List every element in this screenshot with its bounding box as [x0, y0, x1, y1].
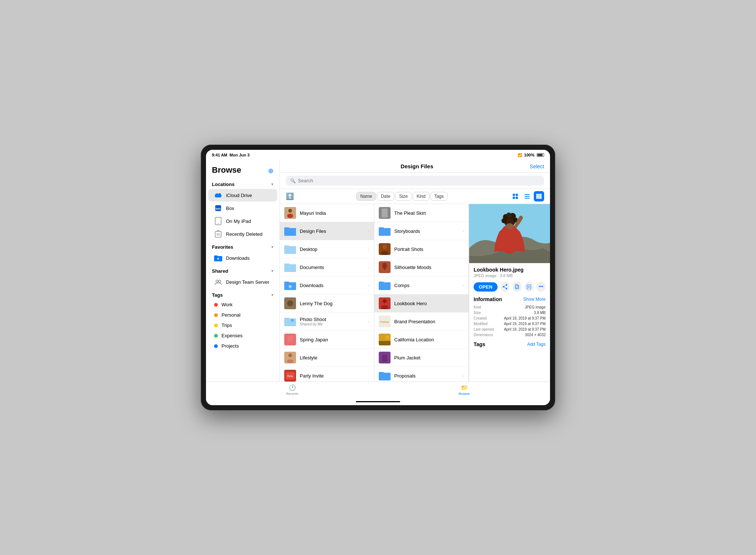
brand-presentation-name: Brand Presentation — [394, 319, 464, 324]
recents-icon: 🕐 — [289, 384, 296, 391]
file-item-portrait-shots[interactable]: Portrait Shots — [374, 240, 468, 258]
pleat-skirt-thumb — [379, 207, 391, 219]
select-button[interactable]: Select — [530, 163, 544, 169]
sort-name-button[interactable]: Name — [356, 192, 376, 201]
desktop-thumb — [284, 243, 296, 255]
show-more-link[interactable]: Show More — [523, 297, 546, 302]
file-item-brand-presentation[interactable]: Patine Brand Presentation — [374, 313, 468, 331]
info-header: Information Show More — [474, 296, 546, 302]
sidebar: Browse ⊕ Locations ▾ — [206, 160, 280, 382]
sort-date-button[interactable]: Date — [377, 192, 394, 201]
battery-fill — [537, 154, 543, 156]
on-my-ipad-icon — [214, 217, 222, 225]
share-icon-button[interactable] — [501, 282, 510, 292]
list-view-button[interactable] — [522, 191, 532, 201]
file-item-downloads-col1[interactable]: Downloads › — [280, 276, 374, 294]
modified-label: Modified — [474, 322, 488, 326]
svg-rect-24 — [540, 194, 542, 199]
svg-point-35 — [288, 354, 292, 357]
search-bar: 🔍 — [280, 173, 550, 189]
photo-shoot-chevron: › — [368, 319, 370, 324]
party-invite-thumb: Party — [284, 370, 296, 382]
bottom-tab-browse[interactable]: 📁 Browse — [451, 383, 477, 397]
file-item-proposals[interactable]: Proposals › — [374, 367, 468, 382]
preview-panel: Lookbook Hero.jpeg JPEG image · 3.8 MB O… — [469, 204, 550, 382]
work-tag-dot — [214, 303, 218, 307]
desktop-name: Desktop — [300, 247, 364, 252]
portrait-shots-thumb — [379, 243, 391, 255]
upload-icon[interactable]: ⬆️ — [286, 192, 294, 200]
sidebar-more-button[interactable]: ⊕ — [268, 167, 274, 175]
documents-chevron: › — [368, 265, 370, 269]
file-item-photo-shoot[interactable]: Photo Shoot Shared by Me › — [280, 313, 374, 331]
column-1: Mayuri India Design Files › — [280, 204, 374, 382]
spring-japan-name: Spring Japan — [300, 337, 370, 342]
svg-point-1 — [216, 193, 219, 196]
svg-text:Patine: Patine — [380, 320, 389, 324]
pleat-skirt-name: The Pleat Skirt — [394, 210, 464, 216]
comps-thumb — [379, 279, 391, 291]
more-icon-button[interactable]: ••• — [536, 282, 546, 292]
sidebar-item-personal[interactable]: Personal — [208, 310, 277, 320]
duplicate-icon-button[interactable] — [512, 282, 522, 292]
design-files-thumb — [284, 225, 296, 237]
search-input[interactable] — [298, 178, 540, 183]
wifi-icon: 📶 — [518, 153, 522, 157]
file-item-lenny[interactable]: Lenny The Dog — [280, 294, 374, 313]
file-item-california-location[interactable]: California Location — [374, 331, 468, 349]
svg-point-43 — [382, 245, 387, 249]
svg-point-67 — [506, 213, 512, 218]
file-item-storyboards[interactable]: Storyboards › — [374, 222, 468, 240]
storyboards-name: Storyboards — [394, 228, 459, 234]
sort-tags-button[interactable]: Tags — [430, 192, 448, 201]
file-item-desktop[interactable]: Desktop › — [280, 240, 374, 258]
file-item-party-invite[interactable]: Party Party Invite — [280, 367, 374, 382]
sidebar-item-icloud-drive[interactable]: iCloud Drive — [208, 189, 277, 201]
svg-point-68 — [506, 223, 513, 229]
sidebar-item-projects[interactable]: Projects — [208, 341, 277, 351]
file-item-lifestyle[interactable]: Lifestyle — [280, 349, 374, 367]
home-indicator-bar — [356, 401, 400, 402]
grid-view-button[interactable] — [510, 191, 520, 201]
sidebar-item-on-my-ipad[interactable]: On My iPad — [208, 215, 277, 227]
file-item-plum-jacket[interactable]: Plum Jacket — [374, 349, 468, 367]
sidebar-item-work[interactable]: Work — [208, 300, 277, 310]
design-files-chevron: › — [368, 229, 370, 233]
sidebar-item-recently-deleted[interactable]: Recently Deleted — [208, 228, 277, 240]
sort-size-button[interactable]: Size — [395, 192, 412, 201]
personal-label: Personal — [221, 312, 240, 318]
svg-rect-22 — [536, 194, 538, 199]
bottom-tab-recents[interactable]: 🕐 Recents — [279, 383, 306, 397]
sidebar-item-box[interactable]: box Box — [208, 202, 277, 214]
file-item-comps[interactable]: Comps › — [374, 276, 468, 294]
info-row-last-opened: Last opened April 19, 2019 at 9:37 PM — [474, 327, 546, 331]
proposals-name: Proposals — [394, 373, 459, 379]
sidebar-item-expenses[interactable]: Expenses — [208, 331, 277, 341]
downloads-col1-name: Downloads — [300, 283, 364, 288]
sidebar-item-trips[interactable]: Trips — [208, 320, 277, 330]
column-view-button[interactable] — [534, 191, 544, 201]
file-item-lookbook-hero[interactable]: Lookbook Hero — [374, 294, 468, 313]
file-item-silhouette-moods[interactable]: Silhouette Moods — [374, 258, 468, 276]
shared-title: Shared — [212, 268, 228, 274]
california-location-name: California Location — [394, 337, 464, 342]
sort-kind-button[interactable]: Kind — [413, 192, 430, 201]
sidebar-item-downloads[interactable]: Downloads — [208, 252, 277, 264]
info-icon-button[interactable] — [525, 282, 534, 292]
file-item-pleat-skirt[interactable]: The Pleat Skirt — [374, 204, 468, 222]
kind-value: JPEG image — [525, 305, 546, 309]
file-item-spring-japan[interactable]: Spring Japan — [280, 331, 374, 349]
svg-rect-23 — [538, 194, 540, 199]
file-item-documents[interactable]: Documents › — [280, 258, 374, 276]
svg-point-14 — [219, 280, 221, 282]
add-tags-link[interactable]: Add Tags — [527, 342, 546, 347]
sidebar-item-design-team[interactable]: Design Team Server — [208, 276, 277, 288]
svg-rect-16 — [516, 194, 518, 196]
downloads-col1-thumb — [284, 279, 296, 291]
open-button[interactable]: OPEN — [474, 282, 498, 292]
content-title: Design Files — [304, 163, 530, 169]
file-item-mayuri-india[interactable]: Mayuri India — [280, 204, 374, 222]
projects-label: Projects — [221, 343, 239, 349]
file-item-design-files[interactable]: Design Files › — [280, 222, 374, 240]
info-row-modified: Modified April 19, 2019 at 9:37 PM — [474, 322, 546, 326]
